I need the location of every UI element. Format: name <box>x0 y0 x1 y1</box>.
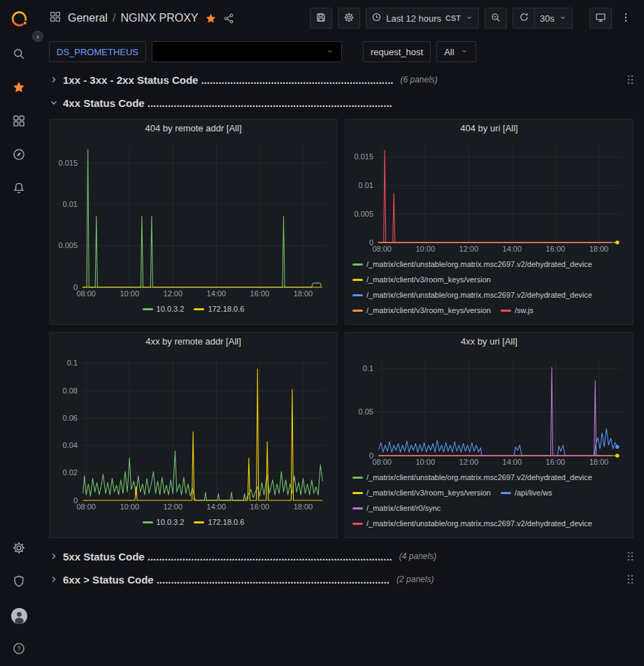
svg-text:08:00: 08:00 <box>76 502 96 511</box>
datasource-variable-select[interactable] <box>152 41 342 62</box>
grafana-logo[interactable] <box>0 0 38 38</box>
row-panel-count: (6 panels) <box>400 75 437 85</box>
legend-item[interactable]: /_matrix/client/unstable/org.matrix.msc2… <box>352 472 592 483</box>
svg-text:10:00: 10:00 <box>120 502 139 511</box>
legend-label: /sw.js <box>515 305 534 316</box>
row-panel-count: (2 panels) <box>396 574 434 584</box>
legend-item[interactable]: /_matrix/client/v3/room_keys/version <box>352 275 491 285</box>
svg-text:0: 0 <box>73 283 78 291</box>
timeseries-chart[interactable]: 08:0010:0012:0014:0016:0018:0000.020.040… <box>54 351 333 513</box>
svg-text:0.015: 0.015 <box>354 152 373 161</box>
timeseries-chart[interactable]: 08:0010:0012:0014:0016:0018:0000.050.1 <box>350 351 629 468</box>
svg-text:10:00: 10:00 <box>415 458 435 466</box>
legend-swatch <box>143 308 153 310</box>
svg-text:0.015: 0.015 <box>58 159 78 167</box>
refresh-interval-label: 30s <box>540 13 554 24</box>
legend-item[interactable]: 10.0.3.2 <box>143 304 185 314</box>
legend-label: /_matrix/client/unstable/org.matrix.msc2… <box>366 519 592 529</box>
legend-label: 10.0.3.2 <box>157 517 185 528</box>
drag-handle-icon[interactable] <box>627 551 634 562</box>
row-5xx[interactable]: 5xx Status Code ........................… <box>49 546 634 566</box>
share-icon[interactable] <box>223 13 235 24</box>
legend-swatch <box>352 507 363 509</box>
row-6xx[interactable]: 6xx > Status Code ......................… <box>49 570 634 589</box>
legend-swatch <box>352 492 363 494</box>
sidebar-item-profile[interactable] <box>0 599 38 632</box>
breadcrumb: General / NGINX PROXY <box>68 12 199 24</box>
timezone-label: CST <box>445 14 461 22</box>
drag-handle-icon[interactable] <box>627 574 634 585</box>
legend-item[interactable]: /_matrix/client/unstable/org.matrix.msc2… <box>352 259 592 270</box>
sidebar-item-starred[interactable] <box>0 71 38 105</box>
row-4xx[interactable]: 4xx Status Code ........................… <box>49 93 634 113</box>
chevron-right-icon <box>49 551 59 561</box>
legend-item[interactable]: /_matrix/client/v3/room_keys/version <box>352 305 491 316</box>
legend-item[interactable]: /api/live/ws <box>501 488 552 498</box>
chevron-right-icon <box>49 574 59 584</box>
breadcrumb-folder[interactable]: General <box>68 12 108 24</box>
sidebar-item-configuration[interactable] <box>0 532 38 565</box>
legend-item[interactable]: /_matrix/client/unstable/org.matrix.msc2… <box>352 519 592 529</box>
legend-item[interactable]: /_matrix/client/v3/room_keys/version <box>352 488 491 498</box>
sidebar-item-alerting[interactable] <box>0 172 38 205</box>
row-1xx-3xx-2xx[interactable]: 1xx - 3xx - 2xx Status Code ............… <box>49 70 634 89</box>
svg-text:0.1: 0.1 <box>363 364 373 372</box>
svg-text:0.06: 0.06 <box>63 414 78 422</box>
legend-item[interactable]: 172.18.0.6 <box>194 304 244 314</box>
save-dashboard-button[interactable] <box>310 8 332 29</box>
svg-text:0.05: 0.05 <box>359 407 373 416</box>
sidebar-item-dashboards[interactable] <box>0 105 38 138</box>
settings-icon <box>12 541 26 557</box>
dashboard-settings-button[interactable] <box>338 8 360 29</box>
svg-text:0.1: 0.1 <box>67 359 78 367</box>
time-range-picker[interactable]: Last 12 hours CST <box>366 8 479 29</box>
timeseries-chart[interactable]: 08:0010:0012:0014:0016:0018:0000.0050.01… <box>350 138 629 255</box>
panel-title[interactable]: 4xx by remote addr [All] <box>54 333 333 351</box>
sidebar-item-server-admin[interactable] <box>0 565 38 599</box>
tv-mode-button[interactable] <box>589 8 612 29</box>
panel-legend: /_matrix/client/unstable/org.matrix.msc2… <box>350 472 629 537</box>
panel-title[interactable]: 404 by uri [All] <box>350 120 629 138</box>
zoom-out-button[interactable] <box>485 8 507 29</box>
refresh-interval-picker[interactable]: 30s <box>535 8 573 29</box>
alerting-icon <box>12 181 26 197</box>
refresh-button[interactable] <box>513 8 535 29</box>
drag-handle-icon[interactable] <box>627 74 634 85</box>
sidebar-item-search[interactable] <box>0 38 38 71</box>
request-host-variable-select[interactable]: All <box>436 41 475 62</box>
sidebar-item-explore[interactable] <box>0 138 38 172</box>
svg-text:18:00: 18:00 <box>294 502 313 511</box>
legend-item[interactable]: /_matrix/client/unstable/org.matrix.msc2… <box>352 290 592 301</box>
panel-title[interactable]: 4xx by uri [All] <box>350 333 629 351</box>
zoom-out-icon <box>490 12 501 25</box>
legend-swatch <box>143 521 153 523</box>
svg-text:14:00: 14:00 <box>503 245 522 253</box>
legend-label: /_matrix/client/v3/room_keys/version <box>366 275 491 285</box>
svg-text:08:00: 08:00 <box>372 245 392 253</box>
legend-item[interactable]: 172.18.0.6 <box>194 517 244 528</box>
legend-item[interactable]: /_matrix/client/r0/sync <box>352 503 441 514</box>
more-options-button[interactable] <box>617 8 634 29</box>
svg-text:10:00: 10:00 <box>415 245 435 253</box>
page-title: NGINX PROXY <box>120 12 198 24</box>
legend-swatch <box>352 263 363 266</box>
panel-title[interactable]: 404 by remote addr [All] <box>54 120 333 138</box>
row-panel-count: (4 panels) <box>399 551 436 561</box>
svg-text:0.02: 0.02 <box>63 468 78 477</box>
panel-404-by-remote-addr: 404 by remote addr [All] 08:0010:0012:00… <box>49 119 338 325</box>
chevron-down-icon <box>49 98 59 108</box>
svg-text:0: 0 <box>73 496 78 505</box>
favorite-star-icon[interactable] <box>205 13 217 24</box>
clock-icon <box>371 12 382 24</box>
legend-label: 172.18.0.6 <box>208 517 244 528</box>
svg-text:0.005: 0.005 <box>354 210 373 218</box>
panel-legend: 10.0.3.2172.18.0.6 <box>54 304 333 324</box>
sidebar-item-help[interactable]: ? <box>0 632 38 666</box>
legend-item[interactable]: 10.0.3.2 <box>143 517 185 528</box>
panel-4xx-by-uri: 4xx by uri [All] 08:0010:0012:0014:0016:… <box>345 332 634 538</box>
sidebar-expand-button[interactable]: › <box>32 31 43 42</box>
avatar <box>11 608 27 624</box>
svg-text:16:00: 16:00 <box>250 502 270 511</box>
legend-item[interactable]: /sw.js <box>501 305 534 316</box>
timeseries-chart[interactable]: 08:0010:0012:0014:0016:0018:0000.0050.01… <box>54 138 333 300</box>
